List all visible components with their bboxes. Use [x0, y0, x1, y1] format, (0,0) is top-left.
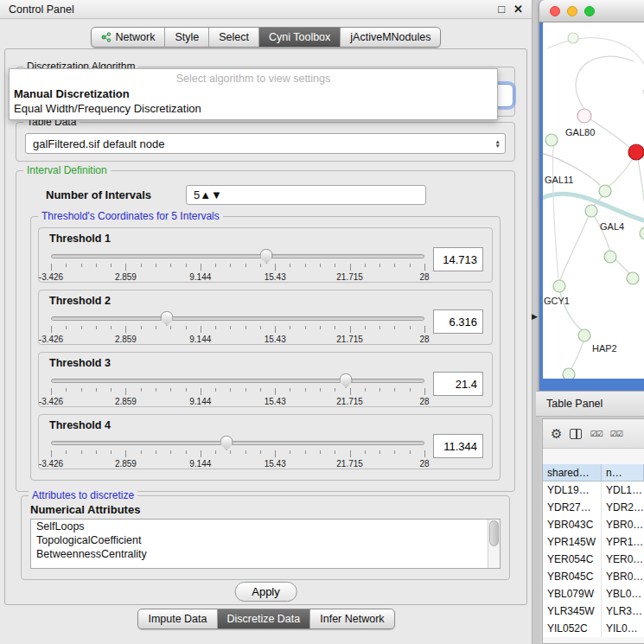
tab-style[interactable]: Style	[164, 28, 208, 47]
slider-thumb[interactable]	[260, 249, 273, 264]
tick-mark	[245, 450, 246, 454]
tick-mark	[66, 388, 67, 392]
threshold-3-slider[interactable]: -3.4262.8599.14415.4321.71528	[51, 372, 424, 406]
scale-label: 2.859	[115, 397, 137, 406]
network-node[interactable]	[627, 272, 639, 284]
tab-jactivemnodules[interactable]: jActiveMNodules	[340, 28, 440, 47]
select-columns-icon[interactable]: ☑☑	[590, 430, 602, 438]
float-window-icon[interactable]: □	[498, 3, 505, 16]
network-node[interactable]	[640, 227, 644, 239]
scale-label: 28	[419, 397, 429, 406]
number-of-intervals-combobox[interactable]: 5 ▲▼	[186, 185, 426, 205]
option-manual-discretization[interactable]: Manual Discretization	[10, 86, 497, 101]
tab-infer-network[interactable]: Infer Network	[309, 609, 393, 628]
splitter-collapse-icon[interactable]: ▶	[532, 312, 538, 321]
table-toolbar-gap	[543, 449, 644, 464]
tab-cyni-toolbox[interactable]: Cyni Toolbox	[258, 28, 340, 47]
tick-mark	[320, 388, 321, 392]
attribute-list-item[interactable]: BetweennessCentrality	[31, 547, 500, 561]
tick-mark	[141, 264, 142, 267]
tick-mark	[260, 326, 261, 329]
slider-thumb[interactable]	[340, 373, 353, 388]
network-node[interactable]	[577, 109, 591, 123]
threshold-1-slider[interactable]: -3.4262.8599.14415.4321.71528	[51, 247, 424, 282]
threshold-3-value-field[interactable]	[433, 372, 483, 396]
zoom-window-icon[interactable]	[584, 6, 595, 16]
hide-columns-icon[interactable]: ☑☑	[610, 430, 622, 438]
network-node-selected[interactable]	[628, 144, 644, 160]
threshold-2-slider[interactable]: -3.4262.8599.14415.4321.71528	[51, 309, 424, 344]
network-node[interactable]	[568, 33, 578, 43]
tick-mark	[424, 388, 425, 395]
cyni-toolbox-panel: Discretization Algorithm Select algorith…	[4, 48, 527, 605]
network-node[interactable]	[545, 134, 558, 146]
table-row[interactable]: YER054CYER0…	[543, 551, 644, 568]
minimize-window-icon[interactable]	[567, 6, 577, 16]
table-row[interactable]: YBR043CYBR0…	[543, 516, 644, 533]
tab-network-label: Network	[116, 31, 156, 43]
slider-track[interactable]	[51, 254, 424, 258]
slider-thumb[interactable]	[160, 311, 173, 326]
attribute-list-item[interactable]: TopologicalCoefficient	[31, 533, 500, 547]
gear-icon[interactable]: ⚙	[551, 427, 562, 440]
table-cell: YER054C	[543, 551, 602, 568]
table-row[interactable]: YDL19…YDL1…	[543, 481, 644, 499]
tick-mark	[350, 388, 351, 395]
network-node[interactable]	[604, 251, 616, 263]
tab-discretize-data[interactable]: Discretize Data	[217, 609, 310, 628]
table-row[interactable]: YPR145WYPR1…	[543, 533, 644, 551]
tick-mark	[201, 264, 201, 271]
table-row[interactable]: YBL079WYBL0…	[543, 585, 644, 603]
slider-thumb[interactable]	[220, 436, 233, 450]
table-row[interactable]: YIL052CYIL0…	[543, 620, 644, 637]
network-node[interactable]	[585, 205, 597, 217]
table-row[interactable]: YDR27…YDR2…	[543, 499, 644, 516]
tick-mark	[125, 450, 126, 457]
tab-select[interactable]: Select	[208, 28, 258, 47]
attribute-list-item[interactable]: SelfLoops	[31, 520, 500, 533]
option-equal-width-frequency[interactable]: Equal Width/Frequency Discretization	[10, 101, 497, 119]
tab-network[interactable]: Network	[92, 28, 165, 47]
network-edge	[590, 119, 630, 149]
column-header-shared-name[interactable]: shared…	[543, 464, 602, 481]
tick-mark	[156, 264, 156, 267]
table-row[interactable]: YLR345WYLR3…	[543, 603, 644, 620]
slider-track[interactable]	[51, 316, 424, 321]
network-node[interactable]	[553, 280, 565, 292]
tab-style-label: Style	[175, 31, 199, 43]
tick-mark	[394, 264, 395, 267]
table-row[interactable]: YBR045CYBR0…	[543, 568, 644, 585]
threshold-4-value-field[interactable]	[433, 434, 483, 458]
tick-mark	[111, 450, 112, 454]
table-toolbar: ⚙ ☑☑ ☑☑	[543, 419, 644, 449]
column-header-name[interactable]: n…	[602, 464, 644, 481]
tick-mark	[290, 264, 290, 267]
tab-impute-data[interactable]: Impute Data	[138, 609, 216, 628]
apply-button[interactable]: Apply	[234, 582, 297, 602]
scale-label: -3.426	[39, 335, 63, 344]
columns-icon[interactable]	[570, 429, 582, 439]
threshold-2-value-field[interactable]	[433, 309, 483, 334]
slider-track[interactable]	[51, 379, 424, 383]
network-node[interactable]	[599, 185, 611, 197]
list-scrollbar-thumb[interactable]	[489, 520, 499, 546]
close-window-icon[interactable]	[550, 6, 560, 16]
numerical-attributes-list[interactable]: SelfLoopsTopologicalCoefficientBetweenne…	[30, 519, 501, 569]
threshold-4-slider[interactable]: -3.4262.8599.14415.4321.71528	[51, 434, 424, 469]
attributes-group: Attributes to discretize Numerical Attri…	[21, 495, 510, 580]
network-node[interactable]	[563, 368, 575, 379]
threshold-1-value-field[interactable]	[433, 247, 483, 271]
tick-mark	[215, 326, 216, 329]
tick-mark	[141, 326, 142, 329]
close-panel-icon[interactable]: ✕	[513, 3, 523, 16]
slider-track[interactable]	[51, 441, 424, 445]
tick-mark	[111, 264, 112, 267]
list-scrollbar[interactable]	[488, 520, 500, 568]
table-data-combobox[interactable]: galFiltered.sif default node ▲▼	[25, 133, 506, 154]
tick-mark	[81, 450, 82, 454]
tick-mark	[305, 264, 306, 267]
tick-mark	[365, 326, 366, 329]
network-canvas[interactable]: GAL80 GAL11 GAL4 GCY1 HAP2	[543, 22, 644, 379]
network-node[interactable]	[578, 329, 590, 341]
tick-mark	[186, 326, 187, 329]
